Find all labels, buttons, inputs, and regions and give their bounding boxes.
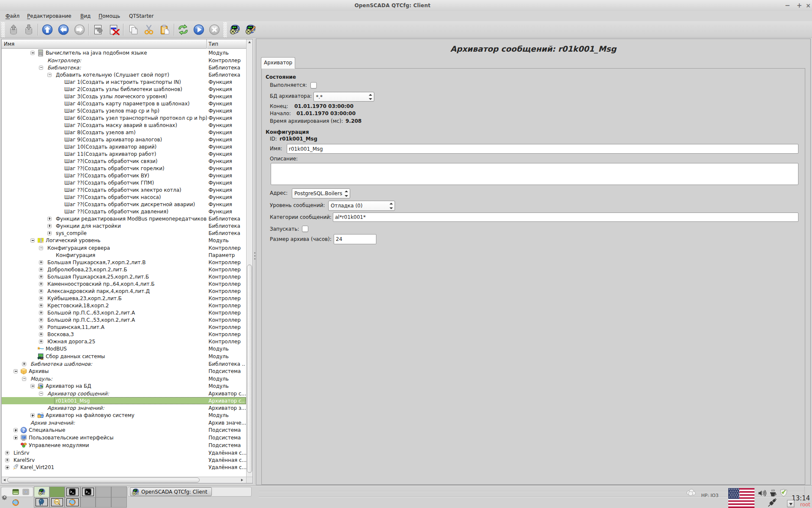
copy-button[interactable] (126, 22, 141, 37)
tree-row[interactable]: Архиватор значений:Архиватор з... (2, 404, 246, 411)
expand-icon[interactable] (39, 289, 43, 293)
refresh-button[interactable] (176, 22, 191, 37)
volume-icon[interactable] (758, 489, 766, 497)
tree-row[interactable]: KarelSrvУдалённая с... (2, 456, 246, 464)
expand-icon[interactable] (47, 224, 52, 228)
tree-row[interactable]: Шаг ??(Создать обработчик горелки)Функци… (2, 165, 246, 172)
tree-row[interactable]: Шаг ??(Создать обработчик связи)Функция (2, 157, 246, 165)
tree-row[interactable]: Шаг 8(Создать узелов am)Функция (2, 129, 246, 136)
expand-icon[interactable] (39, 268, 43, 272)
tree-row[interactable]: Библиотека:Библиотека (2, 64, 246, 71)
tree-row[interactable]: Модуль:Модуль (2, 375, 246, 382)
tree-row[interactable]: Управление модулямиПодсистема (2, 442, 246, 449)
taskbar-window-button[interactable]: OpenSCADA QTCfg: Client (130, 487, 212, 496)
tree-horizontal-scrollbar[interactable] (2, 477, 246, 483)
up-button[interactable] (40, 22, 55, 37)
back-button[interactable] (56, 22, 71, 37)
expand-icon[interactable] (39, 282, 43, 286)
tree-row[interactable]: ?СпециальныеПодсистема (2, 426, 246, 434)
pager-cell[interactable] (34, 486, 49, 497)
expand-icon[interactable] (39, 275, 43, 279)
pager-cell[interactable] (111, 486, 127, 497)
hscroll-thumb[interactable] (7, 478, 200, 483)
toolbar-handle[interactable] (223, 22, 227, 37)
expand-icon[interactable] (30, 413, 35, 417)
expand-icon[interactable] (47, 231, 52, 235)
collapse-icon[interactable] (14, 369, 18, 373)
tree-row[interactable]: LinSrvУдалённая с... (2, 449, 246, 456)
tree-row[interactable]: Вычислитель на java подобном языкеМодуль (2, 49, 246, 57)
menu-view[interactable]: Вид (80, 13, 91, 20)
pager-cell[interactable] (96, 486, 111, 497)
tree-row[interactable]: Шаг 1(Создать и настроить транспорты IN)… (2, 78, 246, 86)
expand-icon[interactable] (5, 458, 9, 462)
tree-row[interactable]: Karel_Virt201Удалённая с... (2, 464, 246, 471)
openscada-config-button[interactable] (228, 22, 243, 37)
tree-row[interactable]: Большая Пушкарская,25,корп.2,лит.БКонтро… (2, 273, 246, 280)
vscroll-thumb[interactable] (247, 265, 252, 473)
grey-window-icon[interactable] (22, 489, 29, 495)
menu-help[interactable]: Помощь (99, 13, 120, 20)
shield-icon[interactable] (779, 489, 788, 497)
tree-row[interactable]: Добавить котельную (Слушает свой порт)Би… (2, 71, 246, 78)
pager-cell[interactable] (65, 497, 80, 508)
tree-row[interactable]: Контроллер:Контроллер (2, 57, 246, 64)
tree-row[interactable]: Куйбышева,23,корп.2,лит.БКонтроллер (2, 295, 246, 302)
cloud-icon[interactable] (686, 489, 697, 496)
tree-row[interactable]: Шаг ??(Создать обработчик электро котла)… (2, 186, 246, 193)
tree-row[interactable]: Большая Пушкарская,7,корп.2,лит.ВКонтрол… (2, 259, 246, 266)
expand-icon[interactable] (47, 217, 52, 221)
tree-row[interactable]: АрхивыПодсистема (2, 367, 246, 375)
tree-row[interactable]: Шаг 7(Создать маску аварий в шаблонах)Фу… (2, 121, 246, 129)
collapse-icon[interactable] (22, 377, 26, 381)
collapse-icon[interactable] (30, 51, 35, 55)
pager-cell[interactable] (80, 497, 96, 508)
tree-row[interactable]: Шаг 10(Создать архиватор аврий)Функция (2, 143, 246, 150)
tree-row[interactable]: Шаг 11(Создать архиватор работ)Функция (2, 150, 246, 157)
tree-row[interactable]: Шаг 3(Создь узлы лоического уровня)Функц… (2, 93, 246, 100)
tree-row[interactable]: Шаг 9(Создать архиватор аналогов)Функция (2, 136, 246, 143)
pager-cell[interactable] (49, 486, 65, 497)
tree-vertical-scrollbar[interactable] (246, 39, 252, 483)
expand-icon[interactable] (39, 340, 43, 344)
toolbar-handle[interactable] (1, 22, 5, 37)
expand-icon[interactable] (39, 296, 43, 301)
green-window-icon[interactable] (12, 489, 19, 495)
expand-icon[interactable] (39, 311, 43, 315)
tree-row[interactable]: Шаг 2(Создать узлы библиотеки шаблонов)Ф… (2, 86, 246, 93)
tree-row[interactable]: Шаг 5(Создать узелов map cp и hp)Функция (2, 107, 246, 114)
gear-icon[interactable] (1, 494, 8, 500)
tree-row[interactable]: sys_compileБиблиотека (2, 229, 246, 237)
forward-button[interactable] (72, 22, 87, 37)
add-item-button[interactable] (91, 22, 106, 37)
collapse-icon[interactable] (39, 246, 43, 250)
window-titlebar[interactable]: OpenSCADA QTCfg: Client − + × (0, 0, 812, 11)
expand-icon[interactable] (39, 304, 43, 308)
tree-row[interactable]: Архиватор сообщений:Архиватор с... (2, 390, 246, 397)
db-load-button[interactable] (6, 22, 21, 37)
pager-cell[interactable] (96, 497, 111, 508)
pager-cell[interactable] (34, 497, 49, 508)
tree-row[interactable]: КонфигурацияПараметр (2, 251, 246, 259)
tree-row[interactable]: Ропшинская,11,лит.АКонтроллер (2, 323, 246, 331)
window-minimize-button[interactable]: − (784, 2, 791, 9)
tray-dropdown-button[interactable] (787, 500, 794, 507)
us-flag-icon[interactable] (728, 488, 754, 508)
tree-column-separator[interactable] (206, 39, 207, 49)
expand-icon[interactable] (22, 362, 26, 366)
tree-row[interactable]: Конфигурация сервераКонтроллер (2, 244, 246, 251)
expand-icon[interactable] (39, 332, 43, 337)
expand-icon[interactable] (39, 260, 43, 265)
tree-row[interactable]: Логический уровеньМодуль (2, 237, 246, 244)
delete-item-button[interactable] (107, 22, 122, 37)
clock[interactable]: 13:14 (792, 494, 812, 502)
menu-qtstarter[interactable]: QTStarter (129, 13, 154, 20)
db-save-button[interactable] (21, 22, 36, 37)
tree-row[interactable]: Большой пр.П.С.,53,корп.2,лит.АКонтролле… (2, 316, 246, 323)
tree-row[interactable]: Шаг 6(Создать узел транспортный протокол… (2, 114, 246, 121)
tree-row[interactable]: Воскова,3Контроллер (2, 331, 246, 338)
cut-button[interactable] (141, 22, 156, 37)
paste-button[interactable] (157, 22, 173, 37)
tree-row[interactable]: Шаг ??(Создать обработчик ГПМ)Функция (2, 179, 246, 186)
tree-row[interactable]: Функции редактирования ModBus приемопере… (2, 215, 246, 222)
